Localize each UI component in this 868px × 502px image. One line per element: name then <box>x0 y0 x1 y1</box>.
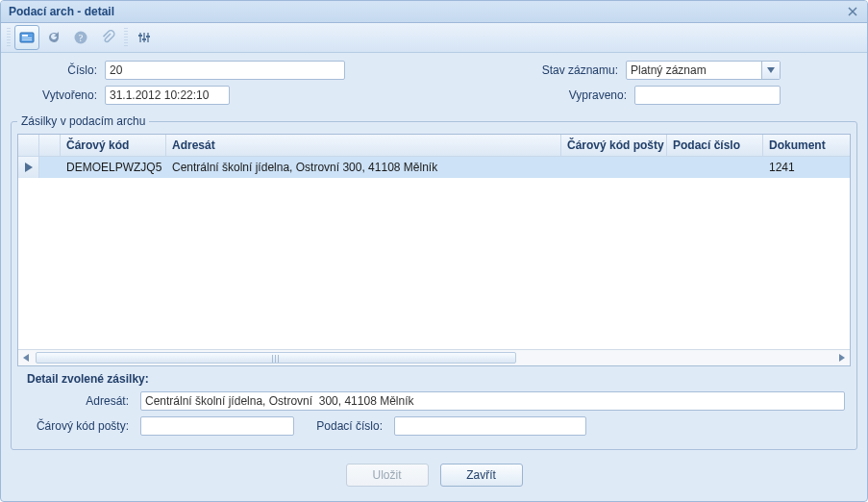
scroll-left-icon[interactable] <box>18 350 34 365</box>
shipments-legend: Zásilky v podacím archu <box>17 114 149 128</box>
detail-podaci-cislo-label: Podací číslo: <box>306 419 383 433</box>
toolbar-detail-button[interactable] <box>14 25 39 50</box>
scroll-track[interactable] <box>34 350 834 365</box>
row-flag <box>39 157 61 178</box>
detail-area: Detail zvolené zásilky: Adresát: Čárový … <box>17 366 851 436</box>
svg-rect-9 <box>138 35 142 37</box>
detail-barcode-post-label: Čárový kód pošty: <box>23 419 129 433</box>
scroll-right-icon[interactable] <box>834 350 850 365</box>
detail-barcode-post-input[interactable] <box>140 416 294 436</box>
horizontal-scrollbar[interactable] <box>18 349 850 365</box>
cell-dokument: 1241 <box>763 157 850 178</box>
svg-rect-1 <box>22 35 28 37</box>
svg-rect-7 <box>143 33 145 42</box>
shipments-grid: Čárový kód Adresát Čárový kód pošty Poda… <box>17 134 851 366</box>
grid-header-indicator <box>18 135 39 156</box>
shipments-group: Zásilky v podacím archu Čárový kód Adres… <box>11 114 857 450</box>
svg-rect-11 <box>146 36 150 38</box>
svg-rect-6 <box>139 33 141 42</box>
svg-rect-3 <box>22 39 32 40</box>
close-icon[interactable] <box>846 5 859 18</box>
cell-barcode: DEMOELPWZJQ5 <box>61 157 166 178</box>
grid-header: Čárový kód Adresát Čárový kód pošty Poda… <box>18 135 850 157</box>
toolbar: ? <box>1 23 867 53</box>
help-icon[interactable]: ? <box>68 25 93 50</box>
cell-podaci-cislo <box>667 157 763 178</box>
cislo-label: Číslo: <box>14 63 97 77</box>
refresh-icon[interactable] <box>41 25 66 50</box>
svg-rect-10 <box>142 38 146 40</box>
stav-combo[interactable] <box>626 61 781 80</box>
form-area: Číslo: Stav záznamu: Vytvořeno: <box>1 53 867 113</box>
chevron-down-icon[interactable] <box>761 62 780 79</box>
cislo-input[interactable] <box>105 61 345 80</box>
grid-header-barcode-post[interactable]: Čárový kód pošty <box>561 135 667 156</box>
vypraveno-label: Vypraveno: <box>540 88 627 102</box>
grid-header-adresat[interactable]: Adresát <box>166 135 561 156</box>
vytvoreno-label: Vytvořeno: <box>14 88 97 102</box>
grid-body[interactable]: DEMOELPWZJQ5 Centrální školní jídelna, O… <box>18 157 850 349</box>
detail-podaci-cislo-input[interactable] <box>394 416 586 436</box>
vypraveno-input <box>634 86 781 105</box>
cell-barcode-post <box>561 157 667 178</box>
stav-label: Stav záznamu: <box>532 63 618 77</box>
stav-value[interactable] <box>627 62 761 79</box>
settings-icon[interactable] <box>132 25 157 50</box>
titlebar: Podací arch - detail <box>1 1 867 23</box>
svg-rect-2 <box>22 38 32 38</box>
dialog-window: Podací arch - detail ? Číslo: <box>0 0 868 502</box>
toolbar-separator <box>124 28 128 47</box>
button-bar: Uložit Zavřít <box>1 456 867 496</box>
detail-heading: Detail zvolené zásilky: <box>23 372 845 386</box>
grid-row[interactable]: DEMOELPWZJQ5 Centrální školní jídelna, O… <box>18 157 850 178</box>
detail-adresat-label: Adresát: <box>23 394 129 408</box>
toolbar-separator <box>7 28 11 47</box>
vytvoreno-input <box>105 86 230 105</box>
scroll-thumb[interactable] <box>36 352 516 364</box>
close-button[interactable]: Zavřít <box>440 464 523 487</box>
row-indicator-icon <box>18 157 39 178</box>
grid-header-dokument[interactable]: Dokument <box>763 135 850 156</box>
detail-adresat-input <box>140 391 845 411</box>
save-button: Uložit <box>346 464 429 487</box>
grid-header-barcode[interactable]: Čárový kód <box>61 135 166 156</box>
window-title: Podací arch - detail <box>9 5 114 18</box>
grid-header-flag <box>39 135 61 156</box>
svg-text:?: ? <box>79 33 84 43</box>
grid-header-podaci-cislo[interactable]: Podací číslo <box>667 135 763 156</box>
cell-adresat: Centrální školní jídelna, Ostrovní 300, … <box>166 157 561 178</box>
attach-icon[interactable] <box>95 25 120 50</box>
